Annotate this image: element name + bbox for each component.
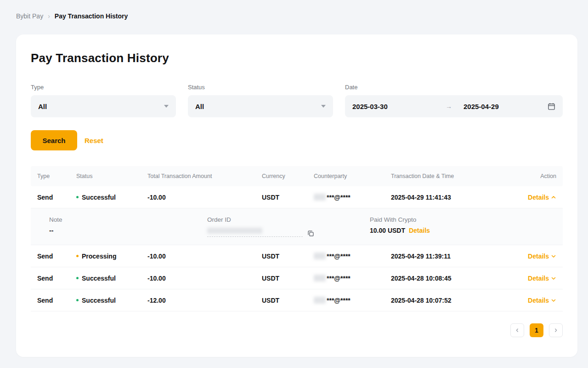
row-type: Send (37, 275, 76, 282)
status-filter-group: Status All (188, 84, 333, 117)
page-title: Pay Transaction History (31, 51, 563, 65)
row-amount: -10.00 (147, 253, 262, 260)
redacted-counterparty (314, 194, 326, 201)
table-row: Send Successful -10.00 USDT ***@**** 202… (31, 267, 563, 289)
type-filter-label: Type (31, 84, 176, 91)
type-select[interactable]: All (31, 95, 176, 117)
details-link[interactable]: Details (528, 275, 556, 282)
pay-transaction-history-card: Pay Transaction History Type All Status … (16, 34, 577, 357)
type-filter-group: Type All (31, 84, 176, 117)
expanded-row-details: Note -- Order ID (31, 208, 563, 245)
breadcrumb: Bybit Pay › Pay Transaction History (0, 0, 588, 20)
row-type: Send (37, 194, 76, 201)
filters-row: Type All Status All Date 2025-03-30 → 20… (31, 84, 563, 117)
header-currency: Currency (262, 173, 314, 179)
table-header-row: Type Status Total Transaction Amount Cur… (31, 166, 563, 186)
chevron-down-icon (321, 105, 326, 108)
note-section: Note -- (49, 216, 207, 237)
paid-with-crypto-section: Paid With Crypto 10.00 USDT Details (370, 216, 556, 237)
details-link[interactable]: Details (528, 194, 556, 201)
details-link[interactable]: Details (528, 253, 556, 260)
status-dot-success-icon (76, 277, 79, 279)
date-range-arrow-icon: → (440, 103, 458, 110)
pagination-next-button[interactable] (549, 323, 563, 337)
row-counterparty: ***@**** (314, 194, 391, 201)
status-label: Processing (82, 253, 116, 260)
date-start-value: 2025-03-30 (352, 103, 440, 110)
status-label: Successful (82, 275, 116, 282)
row-amount: -12.00 (147, 297, 262, 304)
row-amount: -10.00 (147, 194, 262, 201)
chevron-up-icon (551, 195, 556, 200)
type-select-value: All (38, 103, 47, 110)
date-filter-label: Date (345, 84, 563, 91)
row-counterparty: ***@**** (314, 275, 391, 282)
row-status: Successful (76, 194, 147, 201)
row-counterparty: ***@**** (314, 253, 391, 260)
search-button[interactable]: Search (31, 130, 77, 150)
row-currency: USDT (262, 253, 314, 260)
status-select-value: All (195, 103, 204, 110)
row-currency: USDT (262, 275, 314, 282)
row-type: Send (37, 253, 76, 260)
note-label: Note (49, 216, 207, 223)
details-label: Details (528, 297, 549, 304)
status-select[interactable]: All (188, 95, 333, 117)
pagination-prev-button[interactable] (510, 323, 524, 337)
date-filter-group: Date 2025-03-30 → 2025-04-29 (345, 84, 563, 117)
date-end-value: 2025-04-29 (464, 103, 499, 110)
header-type: Type (37, 173, 76, 179)
header-status: Status (76, 173, 147, 179)
paid-details-link[interactable]: Details (409, 227, 430, 234)
chevron-left-icon (514, 328, 520, 333)
details-link[interactable]: Details (528, 297, 556, 304)
table-row: Send Successful -10.00 USDT ***@**** 202… (31, 186, 563, 208)
row-datetime: 2025-04-28 10:07:52 (391, 297, 515, 304)
header-counterparty: Counterparty (314, 173, 391, 179)
table-row: Send Processing -10.00 USDT ***@**** 202… (31, 245, 563, 267)
row-type: Send (37, 297, 76, 304)
date-range-input[interactable]: 2025-03-30 → 2025-04-29 (345, 95, 563, 117)
status-dot-success-icon (76, 299, 79, 301)
status-dot-processing-icon (76, 255, 79, 257)
row-amount: -10.00 (147, 275, 262, 282)
breadcrumb-separator: › (48, 12, 50, 20)
calendar-icon (548, 103, 555, 110)
pagination-page-1-button[interactable]: 1 (530, 323, 543, 337)
reset-button[interactable]: Reset (85, 137, 103, 144)
chevron-down-icon (551, 276, 556, 281)
breadcrumb-link-bybit-pay[interactable]: Bybit Pay (16, 12, 43, 20)
paid-with-crypto-label: Paid With Crypto (370, 216, 556, 223)
counterparty-masked: ***@**** (327, 275, 351, 282)
redacted-counterparty (314, 297, 326, 304)
row-status: Processing (76, 253, 147, 260)
row-currency: USDT (262, 194, 314, 201)
row-status: Successful (76, 297, 147, 304)
breadcrumb-current: Pay Transaction History (55, 12, 128, 20)
details-label: Details (528, 275, 549, 282)
paid-with-crypto-value: 10.00 USDT (370, 227, 405, 234)
transaction-table: Type Status Total Transaction Amount Cur… (31, 166, 563, 311)
table-row: Send Successful -12.00 USDT ***@**** 202… (31, 289, 563, 311)
counterparty-masked: ***@**** (327, 194, 351, 201)
order-id-section: Order ID (207, 216, 370, 237)
chevron-right-icon (553, 328, 559, 333)
counterparty-masked: ***@**** (327, 297, 351, 304)
status-label: Successful (82, 297, 116, 304)
status-dot-success-icon (76, 196, 79, 198)
pagination: 1 (31, 323, 563, 337)
row-status: Successful (76, 275, 147, 282)
header-amount: Total Transaction Amount (147, 173, 262, 179)
chevron-down-icon (551, 298, 556, 303)
header-action: Action (515, 173, 556, 179)
order-id-redacted (207, 228, 303, 237)
order-id-label: Order ID (207, 216, 370, 223)
row-currency: USDT (262, 297, 314, 304)
row-datetime: 2025-04-28 10:08:45 (391, 275, 515, 282)
details-label: Details (528, 194, 549, 201)
chevron-down-icon (551, 253, 556, 259)
counterparty-masked: ***@**** (327, 253, 351, 260)
header-datetime: Transaction Date & Time (391, 173, 515, 179)
copy-order-id-button[interactable] (307, 230, 314, 237)
status-label: Successful (82, 194, 116, 201)
